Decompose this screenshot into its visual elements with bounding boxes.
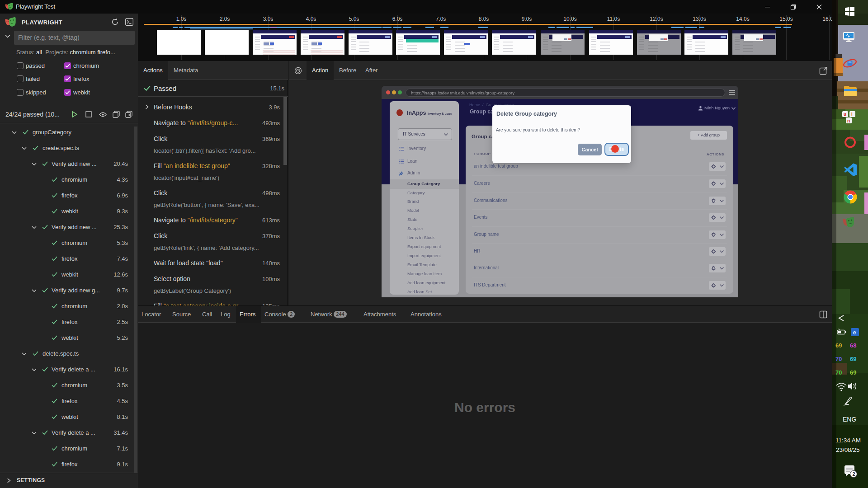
svg-text:u: u [844,112,846,117]
svg-text:2: 2 [853,471,855,477]
svg-text:i: i [851,112,853,117]
svg-text:n: n [847,118,850,123]
svg-text:e: e [853,329,856,336]
